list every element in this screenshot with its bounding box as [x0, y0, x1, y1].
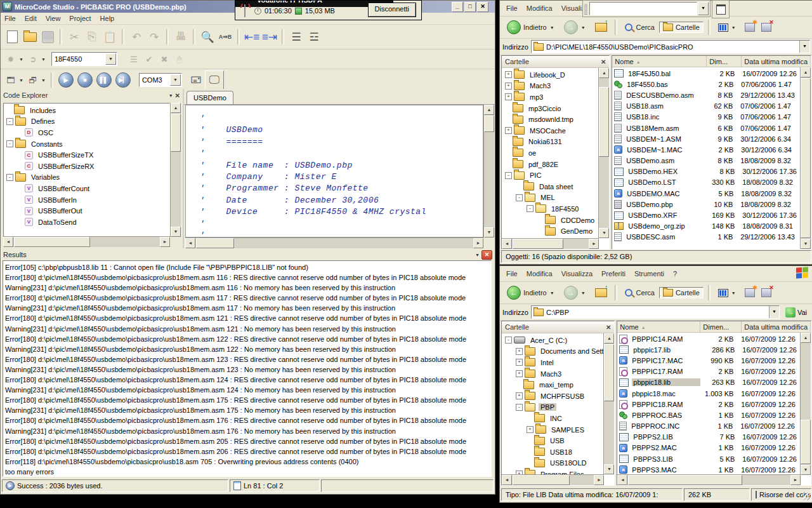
file-row-pbpproc-bas[interactable]: PBPPROC.BAS1 KB16/07/2009 12.26	[617, 410, 801, 420]
open-file-button[interactable]	[21, 28, 39, 46]
tree-item-nokia6131[interactable]: Nokia6131	[502, 137, 598, 148]
file-row-pbppic14-ram[interactable]: PBPPIC14.RAM2 KB16/07/2009 12.26	[617, 333, 801, 344]
search-button[interactable]: Cerca	[622, 22, 658, 32]
device-select[interactable]: 18F4550 ▼	[51, 52, 117, 66]
back-button[interactable]: ← Indietro ▼	[504, 19, 560, 36]
tree-item-usb18old[interactable]: USB18OLD	[502, 458, 603, 469]
expand-icon[interactable]: +	[527, 426, 534, 433]
compile-button[interactable]: ✸	[3, 52, 18, 66]
stop-button[interactable]: ■	[77, 72, 93, 88]
tree-item-msdownld-tmp[interactable]: msdownld.tmp	[502, 114, 598, 125]
menu-modifica[interactable]: Modifica	[527, 4, 553, 12]
up-button[interactable]	[592, 22, 610, 33]
column-header-size[interactable]: Dim...	[707, 56, 742, 67]
file-row-pbppic17-ram[interactable]: PBPPIC17.RAM2 KB16/07/2009 12.26	[617, 366, 801, 377]
editor-vscrollbar[interactable]: ▲▼	[483, 105, 494, 237]
file-row-usbdemo-xrf[interactable]: USBDemo.XRF169 KB30/12/2006 17.36	[612, 210, 801, 220]
tree-item-data-sheet[interactable]: Data sheet	[502, 181, 598, 192]
delete-button[interactable]	[761, 288, 771, 297]
icd-compile-dropdown[interactable]: ▼	[19, 78, 23, 83]
expand-icon[interactable]: +	[505, 83, 512, 90]
stop-compile-button[interactable]: ✖	[157, 52, 172, 66]
file-row-usbdemo-hex[interactable]: USBDemo.HEX8 KB30/12/2006 17.36	[612, 166, 801, 177]
tree-item-usb[interactable]: USB	[502, 435, 603, 446]
disconnect-button[interactable]: Disconnetti	[368, 3, 416, 17]
editor-tab[interactable]: USBDemo	[187, 91, 233, 104]
up-button[interactable]	[592, 287, 610, 298]
code-explorer-close-icon[interactable]: ✕	[175, 92, 180, 99]
file-row-pbpps2-lib[interactable]: PBPPS2.LIB7 KB16/07/2009 12.26	[617, 432, 801, 443]
copy-button[interactable]: ⎘	[83, 28, 101, 46]
file-row-usbdemo-mac[interactable]: USBDEMO.MAC5 KB18/08/2009 8.32	[612, 188, 801, 199]
expand-icon[interactable]: +	[516, 348, 523, 355]
folders-pane-close-icon[interactable]: ✕	[606, 324, 611, 331]
file-row-pbppic17-mac[interactable]: PBPPIC17.MAC990 KB16/07/2009 12.26	[617, 355, 801, 366]
column-header-date[interactable]: Data ultima modifica	[742, 56, 811, 67]
tree-item-variables[interactable]: -Variables	[4, 172, 169, 184]
file-row-pbppic18-mac[interactable]: pbppic18.mac1.003 KB16/07/2009 12.26	[617, 388, 801, 399]
file-row-pbpps2-mac[interactable]: PBPPS2.MAC1 KB16/07/2009 12.26	[617, 443, 801, 453]
back-button[interactable]: ← Indietro ▼	[504, 284, 560, 301]
compile-dropdown[interactable]: ▼	[19, 57, 23, 62]
menu-strumenti[interactable]: Strumenti	[634, 270, 664, 277]
usb-button[interactable]: 🖰	[172, 52, 187, 66]
code-explorer-vscrollbar[interactable]: ▲▼	[170, 103, 181, 237]
drag-handle[interactable]	[584, 3, 587, 15]
tree-item-mel[interactable]: -MEL	[502, 192, 598, 204]
expand-icon[interactable]: +	[516, 359, 523, 366]
tree-item-gendemo[interactable]: GenDemo	[502, 225, 598, 237]
maximize-button[interactable]: □	[464, 2, 476, 12]
expand-icon[interactable]: +	[505, 127, 512, 134]
forward-button[interactable]: → ▼	[561, 284, 591, 301]
step-button[interactable]: ▶▏	[115, 72, 131, 88]
code-editor[interactable]: '' USBDemo' ======='' File name : USBDem…	[185, 105, 483, 237]
bookmark-list-button[interactable]: ☰	[287, 28, 305, 46]
column-header-name[interactable]: Nome▲	[617, 321, 700, 332]
file-row-18f4550-bas[interactable]: 18F4550.bas2 KB07/06/2006 1.47	[612, 79, 801, 90]
file-row-18f45j50-bal[interactable]: 18F45J50.bal2 KB16/07/2009 12.26	[612, 68, 801, 79]
menu-help[interactable]: Help	[100, 15, 115, 22]
results-menu-arrow[interactable]: ▼	[475, 253, 480, 257]
file-row-pbppic18-ram[interactable]: PBPPIC18.RAM2 KB16/07/2009 12.26	[617, 399, 801, 410]
file-row-usbdem-1-mac[interactable]: USBDEM~1.MAC2 KB30/12/2006 6.34	[612, 144, 801, 155]
tree-item-mach3[interactable]: +Mach3	[502, 368, 603, 380]
menu-file[interactable]: File	[506, 270, 518, 277]
tree-item-intel[interactable]: +Intel	[502, 357, 603, 368]
file-row-pbpps3-lib[interactable]: PBPPS3.LIB5 KB16/07/2009 12.26	[617, 453, 801, 464]
tree-item-mach3[interactable]: +Mach3	[502, 81, 598, 92]
debug-monitor-button[interactable]: 🖵	[205, 70, 224, 90]
list-hscrollbar[interactable]: ◄►	[617, 474, 801, 485]
tree-item-cdcdemo[interactable]: CDCDemo	[502, 215, 598, 226]
tree-item-program-files[interactable]: +Program Files	[502, 469, 603, 474]
undo-button[interactable]: ↶	[128, 28, 145, 46]
file-row-descusbdemo-asm[interactable]: DESCUSBDemo.asm8 KB29/12/2006 13.43	[612, 90, 801, 100]
menu-file[interactable]: File	[4, 15, 16, 22]
collapse-icon[interactable]: -	[505, 172, 512, 179]
views-button[interactable]: ▼	[715, 22, 741, 33]
collapse-icon[interactable]: -	[6, 118, 13, 125]
views-button[interactable]: ▼	[715, 288, 741, 298]
results-close-icon[interactable]: ✕	[481, 250, 492, 260]
address-input[interactable]: C:\PBP ▼	[531, 305, 780, 319]
file-row-usbdemo-org-zip[interactable]: USBdemo_org.zip148 KB18/08/2009 8.31	[612, 221, 801, 232]
serial-monitor-button[interactable]: 🖃	[187, 71, 205, 89]
address-input[interactable]: D:\PIC\MEL\18F4550\USBDemo\PICBasicPRO ▼	[531, 40, 810, 53]
file-row-pbppic18-lib[interactable]: pbppic18.lib263 KB16/07/2009 12.26	[617, 377, 801, 388]
file-row-usbdemo-lst[interactable]: USBDemo.LST330 KB18/08/2009 8.32	[612, 177, 801, 188]
tree-vscrollbar[interactable]: ▲▼	[598, 68, 609, 238]
tree-item-documents-and-setting[interactable]: +Documents and Setting	[502, 346, 603, 358]
collapse-icon[interactable]: -	[527, 205, 534, 212]
tree-item-datatosend[interactable]: VDataToSend	[4, 217, 169, 228]
restore-window-icon[interactable]	[716, 4, 726, 15]
tree-hscrollbar[interactable]: ◄►	[502, 238, 599, 249]
icd-program-dropdown[interactable]: ▼	[41, 78, 46, 83]
tree-item-usbbufferout[interactable]: VUSBBufferOut	[4, 205, 169, 217]
close-button[interactable]: ✕	[477, 2, 488, 12]
file-row-pbpproc-inc[interactable]: PBPPROC.INC1 KB16/07/2009 12.26	[617, 421, 801, 432]
menu-visualizza[interactable]: Visualizza	[561, 270, 593, 277]
expand-icon[interactable]: +	[516, 370, 523, 377]
new-file-button[interactable]	[3, 28, 21, 46]
file-row-pbpps3-mac[interactable]: PBPPS3.MAC1 KB16/07/2009 12.26	[617, 464, 801, 475]
run-button[interactable]: ▶	[58, 72, 74, 88]
tree-item-pdf-882e[interactable]: pdf_882E	[502, 159, 598, 170]
